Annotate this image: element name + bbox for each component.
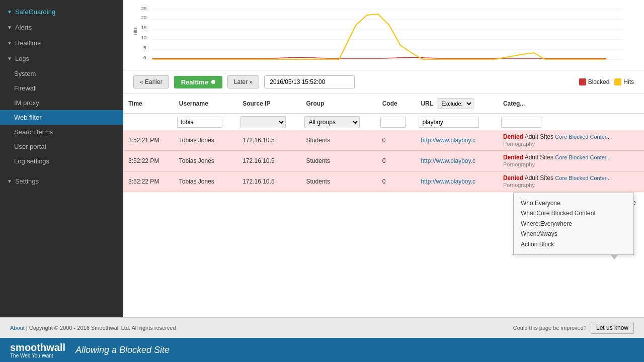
sidebar-logs[interactable]: ▼ Logs (0, 51, 123, 66)
tooltip-popup: Who:Everyone What:Core Blocked Content W… (513, 193, 634, 255)
sidebar-item-user-portal[interactable]: User portal (0, 139, 123, 154)
col-url: URL Exclude: Include: (416, 94, 498, 114)
chart-area: 0 5 10 15 20 25 Hits 15:51:25 (123, 0, 644, 70)
policy-link[interactable]: Core Blocked Conter... (555, 154, 611, 160)
sidebar-settings[interactable]: ▼ Settings (0, 173, 123, 189)
denied-label: Denied (503, 154, 523, 161)
filter-username-cell (174, 114, 237, 130)
col-time: Time (123, 94, 174, 114)
tooltip-action: Action:Block (521, 239, 626, 249)
earlier-button[interactable]: « Earlier (133, 75, 169, 88)
code-filter[interactable] (380, 117, 406, 128)
cell-categ: Denied Adult Sites Core Blocked Conter..… (498, 130, 644, 151)
category-porn: Pornography (503, 141, 535, 147)
username-filter[interactable] (177, 117, 222, 128)
col-username: Username (174, 94, 237, 114)
legend-blocked: Blocked (579, 78, 610, 85)
sidebar-item-log-settings[interactable]: Log settings (0, 154, 123, 168)
url-filter[interactable] (419, 117, 479, 128)
realtime-button[interactable]: Realtime (174, 76, 222, 88)
filter-code-cell (377, 114, 416, 130)
footer-copyright: About | Copyright © 2000 - 2016 Smoothwa… (10, 325, 176, 331)
tooltip-when: When:Always (521, 229, 626, 239)
sidebar-safeguarding[interactable]: ▼ SafeGuarding (0, 4, 123, 20)
chevron-down-icon: ▼ (7, 9, 12, 15)
url-link[interactable]: http://www.playboy.c (421, 178, 475, 185)
cell-source-ip: 172.16.10.5 (237, 151, 301, 171)
let-us-know-button[interactable]: Let us know (591, 322, 634, 334)
svg-text:15:51:25: 15:51:25 (152, 60, 172, 60)
tooltip-arrow (610, 254, 618, 259)
svg-text:15:53:30: 15:53:30 (590, 60, 609, 60)
cell-group: Students (301, 151, 377, 171)
chevron-down-icon: ▼ (7, 40, 12, 46)
categ-filter[interactable] (501, 117, 541, 128)
table-row: 3:52:22 PM Tobias Jones 172.16.10.5 Stud… (123, 171, 644, 192)
later-button[interactable]: Later » (227, 75, 259, 88)
source-ip-filter[interactable] (240, 116, 286, 128)
hits-color-swatch (614, 78, 621, 85)
cell-group: Students (301, 130, 377, 151)
cell-url: http://www.playboy.c (416, 130, 498, 151)
denied-label: Denied (503, 174, 523, 182)
policy-link[interactable]: Core Blocked Conter... (555, 175, 611, 181)
cell-code: 0 (377, 171, 416, 192)
blocked-color-swatch (579, 78, 586, 85)
log-table: Time Username Source IP Group Code URL E… (123, 94, 644, 192)
url-filter-select[interactable]: Exclude: Include: (437, 98, 473, 109)
tooltip-who: Who:Everyone (521, 198, 626, 208)
table-wrapper: Who:Everyone What:Core Blocked Content W… (123, 94, 644, 317)
sidebar-item-system[interactable]: System (0, 66, 123, 81)
col-group: Group (301, 94, 377, 114)
chevron-down-icon: ▼ (7, 56, 12, 61)
about-link[interactable]: About (10, 325, 25, 331)
cell-group: Students (301, 171, 377, 192)
url-label: URL (421, 100, 433, 107)
denied-label: Denied (503, 133, 523, 140)
chart-svg: 0 5 10 15 20 25 Hits 15:51:25 (133, 5, 634, 60)
cell-url: http://www.playboy.c (416, 151, 498, 171)
svg-text:25: 25 (141, 6, 146, 11)
category-adult: Adult Sites (525, 174, 553, 182)
realtime-indicator (211, 80, 215, 84)
sidebar-realtime[interactable]: ▼ Realtime (0, 35, 123, 51)
cell-time: 3:52:22 PM (123, 151, 174, 171)
sidebar-item-im-proxy[interactable]: IM proxy (0, 96, 123, 110)
legend-hits: Hits (614, 78, 634, 85)
filter-url-cell (416, 114, 498, 130)
toolbar: « Earlier Realtime Later » Blocked Hits (123, 70, 644, 94)
improve-text: Could this page be improved? (513, 325, 587, 331)
url-link[interactable]: http://www.playboy.c (421, 137, 475, 144)
sidebar-item-search-terms[interactable]: Search terms (0, 125, 123, 139)
sidebar-alerts[interactable]: ▼ Alerts (0, 20, 123, 35)
svg-text:20: 20 (141, 15, 146, 20)
sidebar-item-web-filter[interactable]: Web filter (0, 110, 123, 125)
sidebar-item-firewall[interactable]: Firewall (0, 81, 123, 96)
col-code: Code (377, 94, 416, 114)
tooltip-where: Where:Everywhere (521, 219, 626, 229)
svg-text:5: 5 (143, 45, 146, 50)
col-source-ip: Source IP (237, 94, 301, 114)
col-categ: Categ... (498, 94, 644, 114)
policy-link[interactable]: Core Blocked Conter... (555, 134, 611, 140)
cell-code: 0 (377, 130, 416, 151)
url-link[interactable]: http://www.playboy.c (421, 157, 475, 164)
cell-code: 0 (377, 151, 416, 171)
category-adult: Adult Sites (525, 133, 553, 140)
group-filter[interactable]: All groups (304, 116, 360, 128)
cell-username: Tobias Jones (174, 171, 237, 192)
category-porn: Pornography (503, 182, 535, 188)
category-porn: Pornography (503, 161, 535, 167)
sidebar: ▼ SafeGuarding ▼ Alerts ▼ Realtime ▼ Log… (0, 0, 123, 317)
chevron-down-icon: ▼ (7, 178, 12, 184)
cell-categ: Denied Adult Sites Core Blocked Conter..… (498, 171, 644, 192)
footer-improve: Could this page be improved? Let us know (513, 322, 634, 334)
cell-username: Tobias Jones (174, 130, 237, 151)
datetime-input[interactable] (264, 75, 355, 88)
table-row: 3:52:22 PM Tobias Jones 172.16.10.5 Stud… (123, 151, 644, 171)
brand-logo: smoothwall The Web You Want (10, 342, 65, 358)
footer: About | Copyright © 2000 - 2016 Smoothwa… (0, 317, 644, 338)
cell-time: 3:52:21 PM (123, 130, 174, 151)
copyright-text: Copyright © 2000 - 2016 Smoothwall Ltd. … (29, 325, 176, 331)
cell-source-ip: 172.16.10.5 (237, 130, 301, 151)
